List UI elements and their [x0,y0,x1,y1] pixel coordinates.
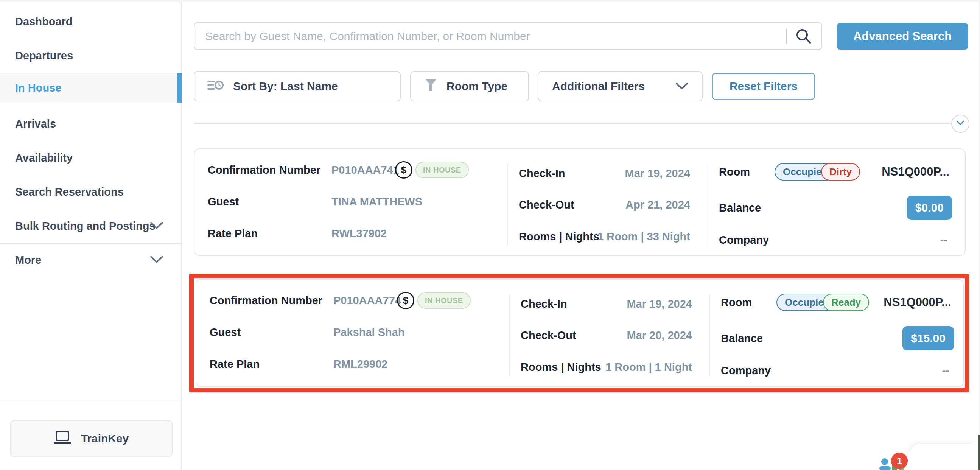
bottom-right-panel [910,443,978,470]
sidebar-item-label: Availability [15,152,73,164]
trainkey-label: TrainKey [81,432,129,445]
sidebar-item-in-house[interactable]: In House [0,73,181,102]
rate-plan-label: Rate Plan [210,358,259,370]
dollar-icon: $ [395,161,412,178]
check-out-value: Mar 20, 2024 [552,329,692,342]
sidebar-item-more[interactable]: More [0,245,181,275]
guest-value: Pakshal Shah [333,326,405,339]
sidebar-item-search-reservations[interactable]: Search Reservations [0,177,181,207]
laptop-icon [54,430,71,447]
card-divider [710,295,710,376]
notification-badge: 1 [891,452,908,469]
sidebar-item-arrivals[interactable]: Arrivals [0,109,181,139]
sidebar-item-dashboard[interactable]: Dashboard [0,7,181,36]
room-label: Room [719,166,750,178]
confirmation-label: Confirmation Number [210,295,322,307]
window-right-edge-dark [978,435,980,470]
results-divider [194,123,952,124]
company-value: -- [840,365,949,377]
status-badge: IN HOUSE [417,292,471,309]
check-in-value: Mar 19, 2024 [552,298,692,310]
app-screen: Dashboard Departures In House Arrivals A… [0,0,980,470]
reservation-card[interactable]: Confirmation Number Guest Rate Plan P010… [194,148,966,256]
sort-icon [207,78,224,95]
guest-label: Guest [208,196,239,208]
company-value: -- [838,234,947,246]
sidebar-item-label: Arrivals [15,118,56,130]
rate-plan-label: Rate Plan [208,228,258,240]
sidebar-item-label: Bulk Routing and Postings [15,220,156,233]
sort-by-dropdown[interactable]: Sort By: Last Name [194,71,401,101]
balance-button[interactable]: $0.00 [907,196,952,220]
window-top-strip [0,0,980,2]
room-number: NS1Q000P... [842,296,951,309]
sidebar-item-availability[interactable]: Availability [0,143,181,172]
sidebar-bottom-divider [0,401,181,402]
sidebar-item-label: Search Reservations [15,186,124,198]
advanced-search-button[interactable]: Advanced Search [837,23,968,49]
card-divider [507,164,508,245]
sort-by-label: Sort By: Last Name [233,80,338,93]
confirmation-value: P010AAA741 [331,164,399,176]
sidebar: Dashboard Departures In House Arrivals A… [0,2,181,470]
sidebar-divider [0,243,181,244]
card-divider [509,295,510,376]
company-label: Company [719,234,769,246]
balance-label: Balance [719,202,761,214]
room-label: Room [721,296,752,309]
reset-filters-button[interactable]: Reset Filters [712,73,815,100]
dollar-icon: $ [397,292,414,309]
chevron-down-icon [675,80,688,93]
additional-filters-dropdown[interactable]: Additional Filters [538,71,703,101]
sidebar-item-label: In House [15,82,61,94]
additional-filters-label: Additional Filters [552,80,645,93]
rate-plan-value: RML29902 [333,358,387,370]
sidebar-item-label: Dashboard [15,16,72,28]
confirmation-label: Confirmation Number [208,164,320,176]
chevron-down-icon [956,120,964,127]
guest-label: Guest [210,326,241,339]
sidebar-item-label: Departures [15,49,73,62]
funnel-icon [425,78,438,95]
search-divider [786,29,787,44]
search-input[interactable] [194,22,822,50]
rate-plan-value: RWL37902 [331,228,387,240]
check-in-value: Mar 19, 2024 [550,167,690,180]
check-out-value: Apr 21, 2024 [550,199,690,211]
guest-value: TINA MATTHEWS [331,196,422,208]
collapse-results-button[interactable] [951,115,969,133]
room-type-dropdown[interactable]: Room Type [410,71,529,101]
company-label: Company [721,365,771,377]
confirmation-value: P010AAA774 [333,295,401,307]
sidebar-item-bulk-routing[interactable]: Bulk Routing and Postings [0,211,181,241]
trainkey-button[interactable]: TrainKey [10,420,173,457]
sidebar-item-label: More [15,254,41,266]
balance-button[interactable]: $15.00 [902,326,954,351]
rooms-nights-value: 1 Room | 33 Night [550,231,690,243]
rooms-nights-value: 1 Room | 1 Night [552,361,692,373]
chevron-down-icon [150,220,164,233]
search-icon[interactable] [794,27,813,46]
card-divider [708,164,708,245]
sidebar-item-departures[interactable]: Departures [0,41,181,70]
room-number: NS1Q000P... [840,165,949,178]
reservation-card[interactable]: Confirmation Number Guest Rate Plan P010… [196,279,964,387]
balance-label: Balance [721,332,763,345]
room-type-label: Room Type [447,80,508,93]
status-badge: IN HOUSE [415,162,469,178]
window-right-edge [978,0,980,470]
chevron-down-icon [150,254,164,266]
